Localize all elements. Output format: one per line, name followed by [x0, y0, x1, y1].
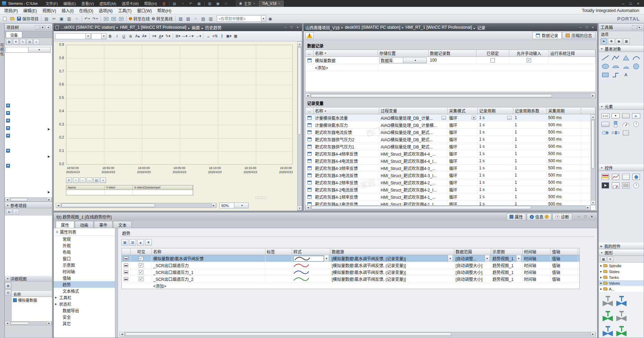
menu-item[interactable]: 插入(I)	[59, 7, 76, 14]
font-color-button[interactable]: A▾	[158, 33, 164, 39]
scroll-up-icon[interactable]: ▲	[298, 42, 302, 47]
graphics-clear-filter-icon[interactable]: ✕	[607, 257, 613, 262]
valve-icon[interactable]	[602, 295, 613, 308]
property-nav-item[interactable]: 安全	[54, 314, 115, 320]
trend-data-range[interactable]: [自动调整大小]	[454, 269, 491, 275]
scroll-right-icon[interactable]: ▶	[586, 206, 590, 210]
logging-tag-row[interactable]: 耙式吹灰器4-1频率反馈 HMI_Struct_耙式吹灰器4-1_... 循环 …	[305, 193, 595, 200]
logging-tag-row[interactable]: 耙式吹灰器4-3频率反馈 HMI_Struct_耙式吹灰器4-3_... 循环 …	[305, 165, 595, 172]
zoom-in-icon[interactable]: +	[73, 178, 79, 183]
data-log-manual-input-checkbox[interactable]	[509, 57, 549, 64]
chevron-down-icon[interactable]: ▼	[234, 203, 249, 208]
button-icon[interactable]	[601, 120, 609, 128]
split-editor-vertical-button[interactable]: ▥	[207, 15, 214, 22]
collapse-right-icon[interactable]: ▶	[638, 25, 642, 29]
trend-name[interactable]: _SCR出口烟道压力_1	[152, 269, 265, 275]
close-icon[interactable]: ×	[295, 25, 300, 30]
vm-menu-item[interactable]: 选项卡(M)	[119, 0, 141, 6]
close-icon[interactable]: ×	[590, 25, 595, 30]
snapshot-manager-icon[interactable]: ▦	[196, 1, 202, 6]
list-icon[interactable]	[622, 129, 630, 136]
trend-visible-checkbox[interactable]	[131, 255, 152, 262]
trend-name[interactable]: 模拟量数据\氨水调节阀反馈	[152, 255, 265, 262]
property-nav-item[interactable]: 时间轴	[54, 268, 115, 275]
ruler-icon[interactable]: ✛	[66, 178, 72, 183]
trend-screen[interactable]: 趋势视图_1▼	[491, 255, 523, 262]
add-trend-icon[interactable]: ▦	[121, 239, 128, 246]
date-time-field-icon[interactable]	[622, 112, 630, 119]
tab-properties-inner[interactable]: 属性	[56, 221, 74, 228]
menu-item[interactable]: 选项(N)	[96, 7, 116, 14]
font-size-combo[interactable]: ▼	[91, 33, 106, 39]
valve-icon[interactable]	[602, 310, 613, 323]
settings-icon[interactable]: ≡	[100, 178, 106, 183]
trend-row[interactable]: 模拟量数据\氨水调节阀反馈 ▼ [模拟量数据\氨水调节阀反馈, (记录变量)]▼…	[122, 255, 579, 262]
tab-texts[interactable]: 文本	[113, 221, 132, 228]
property-nav-item[interactable]: 其它	[54, 320, 115, 327]
trend-data-source[interactable]: [模拟量数据\氨水调节阀反馈, (记录变量)]▼	[330, 255, 454, 262]
clock-icon[interactable]	[632, 120, 640, 128]
trend-data-source[interactable]: [模拟量数据\氨水调节阀反馈, (记录变量)]	[330, 269, 454, 275]
tab-animations[interactable]: 动画	[75, 221, 93, 228]
details-name-column-header[interactable]: 名称	[12, 291, 52, 297]
menu-item[interactable]: 工具(T)	[115, 7, 134, 14]
print-button[interactable]: ▤	[43, 15, 50, 22]
trend-label[interactable]	[265, 269, 292, 275]
arc-icon[interactable]	[632, 54, 640, 62]
ellipse-icon[interactable]	[601, 63, 609, 70]
tree-view-icon[interactable]: ▦	[6, 39, 12, 44]
trend-data-range[interactable]: [自动调整大小]	[454, 276, 491, 282]
scroll-left-icon[interactable]: ◀	[5, 198, 10, 202]
column-storage[interactable]: 存储位置	[378, 50, 429, 56]
column-style[interactable]: 样式	[292, 248, 330, 255]
trend-row[interactable]: _SCR出口烟道压力 [模拟量数据\氨水调节阀反馈, (记录变量)] [自动调整…	[122, 262, 579, 269]
minimize-icon[interactable]: –	[578, 25, 583, 30]
chevron-down-icon[interactable]: ▼	[403, 58, 426, 63]
trend-time-axis[interactable]: 时间轴	[523, 276, 551, 282]
grid-snap-button[interactable]: ▦	[233, 33, 239, 39]
close-reference-icon[interactable]: ▢	[13, 209, 19, 214]
accessible-devices-button[interactable]: ▨	[185, 15, 192, 22]
tree-refresh-icon[interactable]: ↻	[20, 39, 26, 44]
trend-visible-checkbox[interactable]	[131, 276, 152, 282]
chevron-down-icon[interactable]: ▼	[448, 255, 452, 262]
scroll-down-icon[interactable]: ▼	[298, 206, 302, 210]
pan-icon[interactable]: ✥	[608, 38, 615, 44]
italic-button[interactable]: I	[114, 33, 120, 39]
property-nav-item[interactable]: 示意图	[54, 262, 115, 268]
trend-value-axis[interactable]: 值轴	[551, 262, 578, 269]
header-icon-column[interactable]: ...	[305, 50, 314, 56]
zoom-combo[interactable]: 60% ▼	[219, 203, 249, 208]
vm-menu-item[interactable]: 查看(V)	[79, 0, 96, 6]
vm-menu-item[interactable]: 虚拟机(M)	[97, 0, 119, 6]
scroll-right-icon[interactable]: ▶	[591, 94, 595, 98]
property-nav-item[interactable]: 状态栏	[54, 301, 115, 307]
expand-arrow-icon[interactable]: ▶	[48, 155, 50, 158]
expand-arrow-icon[interactable]: ▶	[48, 191, 50, 194]
split-editor-horizontal-button[interactable]: ▤	[200, 15, 207, 22]
valve-icon[interactable]	[602, 325, 613, 338]
expand-arrow-icon[interactable]: ▶	[48, 128, 50, 131]
table-control-icon[interactable]	[622, 173, 630, 181]
trend-label[interactable]	[265, 262, 292, 269]
trend-label[interactable]	[265, 255, 292, 262]
add-row-label[interactable]: <添加>	[314, 64, 378, 71]
close-icon[interactable]: ×	[253, 2, 255, 5]
circle-segment-icon[interactable]	[622, 63, 630, 70]
logging-tag-row[interactable]: 耙式吹灰器4-2频率反馈 HMI_Struct_耙式吹灰器4-2_... 循环 …	[305, 179, 595, 186]
column-acquisition-mode[interactable]: 采集模式	[448, 107, 478, 114]
rectangle-icon[interactable]	[601, 71, 609, 79]
pointer-icon[interactable]: ➤	[601, 38, 607, 44]
breadcrumb-segment[interactable]: ...sk001 [SIMATIC PC station]	[61, 25, 115, 30]
show-connections-button[interactable]	[103, 15, 109, 22]
editor-vscrollbar[interactable]: ▲ ▼	[297, 41, 302, 211]
trend-label[interactable]	[265, 276, 292, 282]
trend-value-axis[interactable]: 值轴	[551, 255, 578, 262]
graphics-folder-item[interactable]: ▶ States	[599, 269, 644, 274]
trend-data-source[interactable]: [模拟量数据\氨水调节阀反馈, (记录变量)]	[330, 262, 454, 269]
palette-my-controls[interactable]: ▶ 我的控件	[599, 243, 644, 249]
switch-icon[interactable]	[601, 129, 609, 136]
scroll-left-icon[interactable]: ◀	[5, 322, 10, 325]
data-log-comment[interactable]	[549, 57, 595, 64]
trend-value-axis[interactable]: 值轴	[551, 269, 578, 275]
